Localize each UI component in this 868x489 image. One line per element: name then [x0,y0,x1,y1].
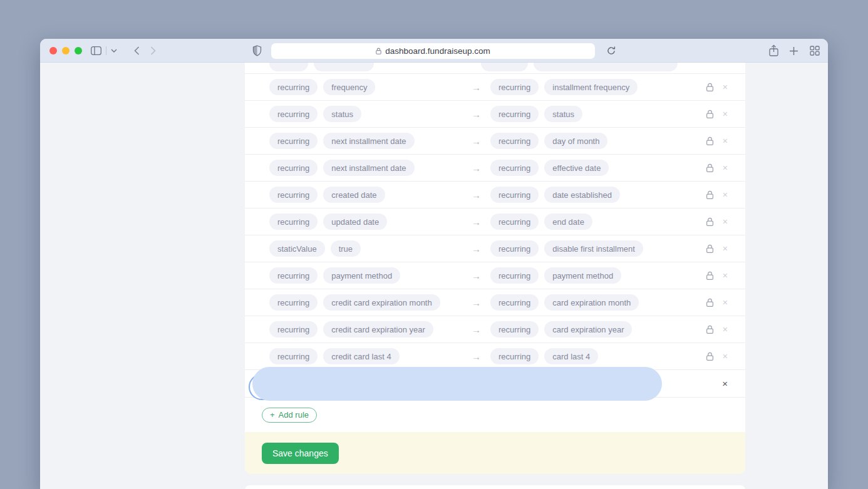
mapping-rule-row: recurringupdated date → recurringend dat… [245,208,745,235]
remove-rule-icon[interactable]: × [723,351,728,361]
remove-rule-icon[interactable]: × [723,270,728,281]
field-tag: credit card expiration year [323,321,433,337]
save-changes-button[interactable]: Save changes [262,443,339,464]
mapping-rule-row: recurringcredit card expiration month → … [245,289,745,316]
row-actions: × [706,217,728,227]
minimize-window-button[interactable] [62,47,70,54]
forward-button[interactable] [150,39,156,63]
clipped-field-tag [269,63,308,71]
field-tag: recurring [269,348,318,364]
target-fields: recurringcard last 4 [490,348,598,364]
mapping-rule-row: recurringfrequency → recurringinstallmen… [245,74,745,101]
field-tag: next installment date [323,133,414,149]
https-lock-icon [376,48,381,54]
share-icon[interactable] [768,39,779,63]
rules-list: recurringfrequency → recurringinstallmen… [245,74,745,370]
reload-icon[interactable] [606,39,616,63]
target-fields: recurringdisable first installment [490,240,643,257]
lock-icon[interactable] [706,190,714,200]
lock-icon[interactable] [706,298,714,307]
row-actions: × [706,324,728,334]
mapping-rule-row: recurringnext installment date → recurri… [245,128,745,155]
remove-rule-icon[interactable]: × [723,136,728,146]
next-section-card [245,485,745,489]
field-tag: day of month [544,133,607,149]
remove-rule-icon[interactable]: × [723,297,728,307]
field-tag: installment frequency [544,79,638,95]
lock-icon[interactable] [706,136,714,146]
field-tag: next installment date [323,160,414,176]
field-tag: recurring [490,348,539,364]
field-tag: created date [323,187,385,203]
field-tag: card last 4 [544,348,598,364]
remove-rule-icon[interactable]: × [723,163,728,173]
remove-rule-icon[interactable]: × [722,378,728,389]
mapping-rule-row: recurringcredit card expiration year → r… [245,316,745,343]
chevron-down-icon[interactable] [111,49,117,53]
sidebar-icon[interactable] [91,46,101,55]
add-rule-button[interactable]: + Add rule [262,408,317,423]
mapping-rule-row: recurringpayment method → recurringpayme… [245,262,745,289]
focus-glow [252,367,662,401]
window-controls [49,47,82,54]
target-fields: recurringstatus [490,106,582,122]
plus-icon: + [270,410,275,420]
remove-rule-icon[interactable]: × [723,324,728,334]
zoom-window-button[interactable] [75,47,82,54]
field-tag: recurring [490,321,539,337]
remove-rule-icon[interactable]: × [723,244,728,254]
remove-rule-icon[interactable]: × [723,109,728,119]
field-tag: recurring [269,187,318,203]
source-fields: recurringcredit card expiration year [269,321,472,337]
source-fields: recurringcredit card expiration month [269,294,472,311]
source-fields: recurringpayment method [269,267,472,284]
remove-rule-icon[interactable]: × [723,190,728,200]
field-tag: credit card last 4 [323,348,399,364]
clipped-field-tag [534,63,678,71]
new-tab-icon[interactable] [789,39,798,63]
clipped-rule-row [245,63,745,74]
tab-overview-icon[interactable] [810,39,820,63]
clipped-field-tag [314,63,374,71]
back-button[interactable] [134,39,140,63]
address-bar[interactable]: dashboard.fundraiseup.com [271,43,595,59]
field-tag: status [544,106,582,122]
close-window-button[interactable] [49,47,57,54]
row-actions: × [706,136,728,146]
field-tag: card expiration year [544,321,632,337]
source-fields: recurringnext installment date [269,160,472,176]
lock-icon[interactable] [706,244,714,254]
field-tag: recurring [490,133,539,149]
lock-icon[interactable] [706,217,714,227]
arrow-right-icon: → [472,109,481,120]
arrow-right-icon: → [472,324,481,335]
arrow-right-icon: → [472,190,481,200]
field-tag: recurring [269,160,318,176]
lock-icon[interactable] [706,163,714,173]
target-fields: recurringcard expiration year [490,321,632,337]
field-tag: recurring [269,106,318,122]
row-actions: × [706,82,728,92]
field-tag: updated date [323,214,387,230]
field-tag: recurring [490,187,539,203]
source-fields: recurringupdated date [269,214,472,230]
source-fields: staticValuetrue [269,240,472,257]
lock-icon[interactable] [706,325,714,334]
target-fields: recurringpayment method [490,267,621,284]
source-fields: recurringcreated date [269,187,472,203]
lock-icon[interactable] [706,83,714,92]
clipped-field-tag [481,63,528,71]
remove-rule-icon[interactable]: × [723,217,728,227]
lock-icon[interactable] [706,110,714,119]
row-actions: × [706,109,728,119]
privacy-shield-icon[interactable] [252,39,262,63]
divider [106,46,106,55]
field-tag: effective date [544,160,609,176]
lock-icon[interactable] [706,352,714,361]
arrow-right-icon: → [472,136,481,147]
lock-icon[interactable] [706,271,714,281]
remove-rule-icon[interactable]: × [723,82,728,92]
arrow-right-icon: → [472,217,481,227]
field-tag: true [331,240,361,257]
row-actions: × [706,297,728,307]
